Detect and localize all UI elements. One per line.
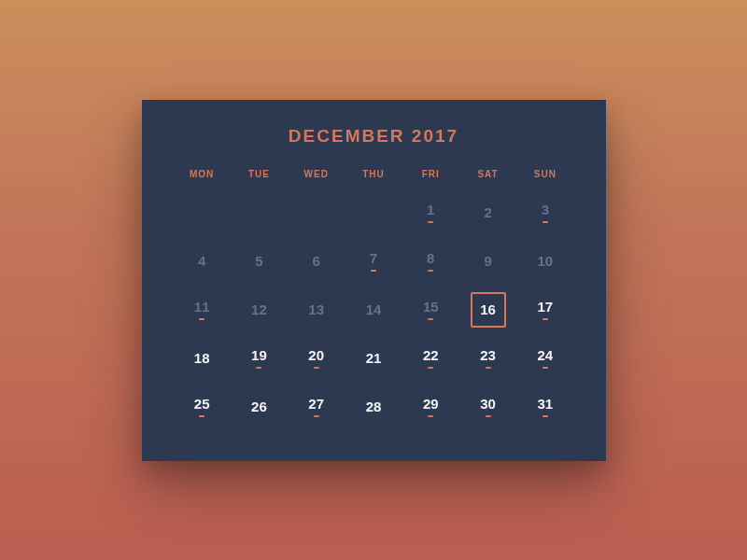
day-number: 11 bbox=[194, 300, 210, 314]
day-cell[interactable]: 23 bbox=[461, 334, 514, 383]
day-cell[interactable]: 5 bbox=[233, 237, 286, 286]
event-indicator bbox=[428, 221, 433, 223]
weekday-header: MON bbox=[176, 169, 229, 179]
weekday-header: THU bbox=[346, 169, 400, 179]
day-cell[interactable]: 10 bbox=[518, 237, 571, 286]
weekday-header: SUN bbox=[518, 169, 571, 179]
day-number: 29 bbox=[423, 397, 439, 411]
day-cell[interactable]: 21 bbox=[346, 334, 400, 383]
today-indicator bbox=[471, 292, 506, 328]
event-indicator bbox=[199, 415, 204, 417]
day-cell[interactable]: 28 bbox=[346, 383, 400, 431]
event-indicator bbox=[543, 415, 548, 417]
calendar-grid: MONTUEWEDTHUFRISATSUN1234567891011121314… bbox=[176, 169, 572, 431]
day-number: 30 bbox=[480, 397, 496, 411]
day-cell[interactable]: 14 bbox=[346, 286, 400, 334]
day-cell[interactable]: 12 bbox=[233, 286, 286, 334]
event-indicator bbox=[428, 415, 433, 417]
day-number: 25 bbox=[194, 397, 210, 411]
day-cell[interactable]: 11 bbox=[176, 286, 229, 334]
day-number: 7 bbox=[370, 251, 377, 265]
day-cell[interactable]: 29 bbox=[404, 383, 458, 431]
day-cell[interactable]: 9 bbox=[461, 237, 514, 286]
weekday-header: FRI bbox=[404, 169, 458, 179]
day-cell[interactable]: 8 bbox=[404, 237, 458, 286]
day-number: 19 bbox=[251, 348, 267, 362]
day-number: 20 bbox=[308, 348, 324, 362]
day-number: 13 bbox=[308, 302, 324, 316]
day-number: 21 bbox=[366, 351, 382, 365]
day-number: 1 bbox=[427, 203, 434, 217]
day-number: 6 bbox=[313, 254, 320, 268]
day-cell[interactable]: 3 bbox=[518, 189, 571, 237]
day-cell[interactable]: 16 bbox=[461, 286, 514, 334]
event-indicator bbox=[486, 415, 491, 417]
event-indicator bbox=[428, 367, 433, 369]
day-number: 22 bbox=[423, 348, 439, 362]
day-cell[interactable]: 19 bbox=[233, 334, 286, 383]
day-number: 23 bbox=[480, 348, 496, 362]
day-cell[interactable]: 18 bbox=[176, 334, 229, 383]
weekday-header: TUE bbox=[233, 169, 286, 179]
day-number: 15 bbox=[423, 300, 439, 314]
day-cell[interactable]: 27 bbox=[289, 383, 343, 431]
day-cell[interactable]: 1 bbox=[404, 189, 458, 237]
day-number: 12 bbox=[251, 302, 267, 316]
day-cell[interactable]: 13 bbox=[289, 286, 343, 334]
weekday-header: SAT bbox=[461, 169, 514, 179]
event-indicator bbox=[543, 318, 548, 320]
day-cell[interactable]: 6 bbox=[289, 237, 343, 286]
calendar-title: DECEMBER 2017 bbox=[176, 126, 572, 147]
event-indicator bbox=[543, 367, 548, 369]
event-indicator bbox=[256, 367, 261, 369]
day-number: 9 bbox=[484, 254, 491, 268]
weekday-header: WED bbox=[289, 169, 343, 179]
day-cell[interactable]: 2 bbox=[461, 189, 514, 237]
day-cell[interactable]: 4 bbox=[176, 237, 229, 286]
event-indicator bbox=[428, 270, 433, 272]
day-cell[interactable]: 24 bbox=[518, 334, 571, 383]
day-number: 26 bbox=[251, 399, 267, 413]
calendar-card: DECEMBER 2017 MONTUEWEDTHUFRISATSUN12345… bbox=[142, 100, 606, 461]
event-indicator bbox=[371, 270, 376, 272]
day-cell[interactable]: 15 bbox=[404, 286, 458, 334]
day-cell[interactable]: 30 bbox=[461, 383, 514, 431]
day-number: 14 bbox=[366, 302, 382, 316]
day-cell[interactable]: 25 bbox=[176, 383, 229, 431]
day-cell[interactable]: 7 bbox=[346, 237, 400, 286]
event-indicator bbox=[314, 415, 319, 417]
day-number: 10 bbox=[538, 254, 554, 268]
day-number: 2 bbox=[484, 205, 491, 219]
day-number: 18 bbox=[194, 351, 210, 365]
day-number: 28 bbox=[366, 399, 382, 413]
day-number: 3 bbox=[542, 203, 549, 217]
day-cell[interactable]: 26 bbox=[233, 383, 286, 431]
event-indicator bbox=[543, 221, 548, 223]
day-number: 4 bbox=[198, 254, 205, 268]
day-number: 8 bbox=[427, 251, 434, 265]
day-cell[interactable]: 20 bbox=[289, 334, 343, 383]
event-indicator bbox=[199, 318, 204, 320]
day-cell[interactable]: 31 bbox=[518, 383, 571, 431]
day-number: 5 bbox=[255, 254, 262, 268]
event-indicator bbox=[486, 367, 491, 369]
day-number: 27 bbox=[308, 397, 324, 411]
day-number: 17 bbox=[538, 300, 554, 314]
event-indicator bbox=[314, 367, 319, 369]
day-cell[interactable]: 17 bbox=[518, 286, 571, 334]
event-indicator bbox=[428, 318, 433, 320]
day-cell[interactable]: 22 bbox=[404, 334, 458, 383]
day-number: 24 bbox=[538, 348, 554, 362]
day-number: 31 bbox=[538, 397, 554, 411]
